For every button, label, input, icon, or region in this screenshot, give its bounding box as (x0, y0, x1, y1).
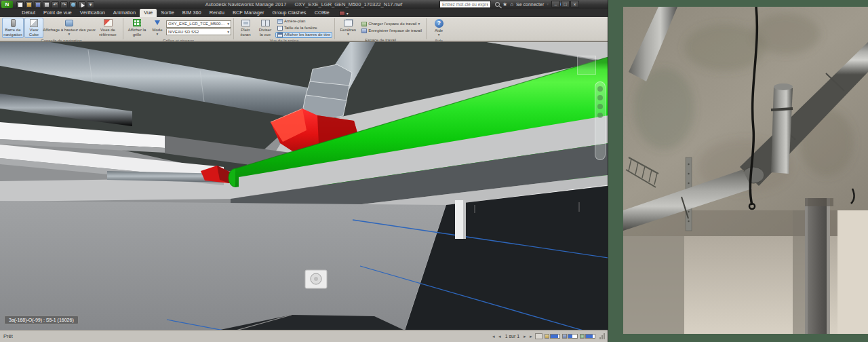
wall-bright-right (837, 210, 868, 334)
windows-button[interactable]: Fenêtres ▾ (337, 18, 359, 37)
minimize-button[interactable]: – (551, 1, 560, 7)
group-espace-travail: Fenêtres ▾ Charger l'espace de travail ▾… (335, 17, 426, 41)
combo-caret-icon: ▾ (227, 30, 229, 34)
show-grid-button[interactable]: Afficher la grille (125, 18, 149, 38)
tab-vue[interactable]: Vue (140, 9, 157, 17)
select-cursor-icon[interactable] (78, 1, 85, 8)
tab-bim360[interactable]: BIM 360 (178, 9, 205, 17)
new-file-icon[interactable] (16, 1, 24, 8)
view-cube-icon (30, 19, 38, 27)
quick-access-toolbar: ↶ ↷ ▾ (16, 1, 94, 8)
disk-progress (562, 334, 578, 339)
document-name: OXY_EXE_LGR_GEN_M500_170322_N17.nwf (294, 1, 402, 7)
web-progress-icon (580, 334, 585, 339)
refresh-icon[interactable] (69, 1, 77, 8)
split-view-button[interactable]: Diviser la vue (256, 18, 275, 38)
nav-tool-icon[interactable] (597, 86, 603, 92)
help-button[interactable]: ? Aide ▾ (429, 18, 449, 38)
sign-in-button[interactable]: Se connecter (516, 2, 544, 7)
restore-button[interactable]: □ (561, 1, 570, 7)
save-icon[interactable] (34, 1, 41, 8)
ribbon-tab-bar: Début Point de vue Vérification Animatio… (0, 9, 608, 17)
group-grilles-niveaux: Afficher la grille Mode ▾ OXY_EXE_LGR_TC… (123, 17, 233, 41)
print-icon[interactable] (43, 1, 50, 8)
redo-icon[interactable]: ↷ (60, 1, 68, 8)
site-photo (623, 7, 868, 334)
navigation-bar-overlay[interactable] (595, 81, 606, 160)
reference-views-button[interactable]: Vues de référence (95, 18, 121, 38)
help-question-icon: ? (435, 19, 443, 28)
eye-level-caret-icon: ▾ (68, 33, 71, 36)
window-size-icon (277, 26, 283, 31)
close-button[interactable]: × (570, 1, 579, 7)
tab-point-de-vue[interactable]: Point de vue (39, 9, 76, 17)
status-ready-text: Prêt (3, 333, 13, 339)
grid-level-combo[interactable]: NIVEAU SD SS2 ▾ (166, 28, 231, 36)
viewport-3d[interactable]: 3a(-168)-O(-99) : S5-1 (16026) (0, 41, 608, 330)
view-cube-button[interactable]: View Cube (24, 18, 43, 38)
navigation-bar-button[interactable]: Barre de navigation (2, 18, 24, 38)
first-sheet-icon[interactable]: ◄ (492, 335, 496, 339)
window-controls: – □ × (551, 1, 579, 7)
full-screen-button[interactable]: Plein écran (236, 18, 255, 38)
toolbar-options-icon[interactable] (339, 11, 345, 16)
pipe-clamp (771, 109, 793, 110)
pipe-top-flare (774, 83, 793, 90)
navigation-bar-icon (11, 19, 16, 27)
windows-caret-icon: ▾ (347, 33, 349, 36)
group-conseils-navigation: Barre de navigation View Cube Affichage … (0, 17, 123, 41)
help-caret-icon: ▾ (438, 33, 440, 37)
sheet-page-indicator: 1 sur 1 (505, 334, 519, 339)
background-button[interactable]: Arrière-plan (275, 18, 332, 24)
undo-icon[interactable]: ↶ (52, 1, 59, 8)
next-sheet-icon[interactable]: ► (523, 335, 527, 339)
window-size-button[interactable]: Taille de la fenêtre (275, 25, 332, 31)
eye-level-button[interactable]: Affichage à hauteur des yeux ▾ (44, 18, 94, 38)
grid-file-combo[interactable]: OXY_EXE_LGR_TCE_M500_... ▾ (166, 20, 231, 28)
disk-progress-icon (562, 334, 567, 339)
last-sheet-icon[interactable]: ► (529, 335, 533, 339)
tab-debut[interactable]: Début (18, 9, 39, 17)
viewport-3d-scene[interactable] (0, 42, 608, 330)
sheet-browser-icon[interactable] (535, 333, 542, 339)
eye-level-icon (65, 20, 73, 26)
tab-rendu[interactable]: Rendu (205, 9, 229, 17)
ribbon: Barre de navigation View Cube Affichage … (0, 17, 608, 41)
sign-in-caret-icon[interactable]: ▾ (547, 3, 549, 6)
navisworks-logo-icon[interactable]: N (1, 1, 13, 8)
qat-dropdown-icon[interactable]: ▾ (87, 1, 94, 8)
tab-group-clashes[interactable]: Group Clashes (269, 9, 311, 17)
steel-column (793, 198, 833, 334)
mode-caret-icon: ▾ (157, 33, 159, 36)
save-workspace-button[interactable]: Enregistrer l'espace de travail (359, 28, 424, 34)
split-view-icon (261, 20, 270, 26)
load-workspace-button[interactable]: Charger l'espace de travail ▾ (359, 21, 424, 27)
tab-sortie[interactable]: Sortie (157, 9, 178, 17)
view-cube-overlay[interactable] (577, 56, 596, 75)
search-input[interactable] (439, 1, 491, 8)
full-screen-icon (241, 20, 250, 26)
pencil-progress-icon (545, 334, 549, 339)
tab-animation[interactable]: Animation (109, 9, 140, 17)
navisworks-window: N ↶ ↷ ▾ Autodesk Navisworks Manage 2017 … (0, 0, 608, 342)
load-workspace-caret-icon: ▾ (418, 22, 420, 26)
nav-tool-icon[interactable] (597, 113, 603, 118)
grid-mode-button[interactable]: Mode ▾ (149, 18, 165, 38)
save-workspace-icon (361, 28, 367, 33)
nav-tool-icon[interactable] (597, 95, 603, 100)
open-file-icon[interactable] (25, 1, 33, 8)
show-title-bars-button[interactable]: Afficher les barres de titre (275, 32, 332, 38)
nav-tool-icon[interactable] (597, 104, 603, 109)
favorites-icon[interactable]: ★ (502, 1, 507, 7)
toolbar-options: ▾ (339, 11, 349, 17)
home-icon[interactable]: ⌂ (510, 1, 513, 7)
tab-verification[interactable]: Vérification (76, 9, 109, 17)
tab-bcf-manager[interactable]: BCF Manager (229, 9, 269, 17)
tab-cobie[interactable]: COBie (311, 9, 334, 17)
search-icon[interactable] (495, 2, 500, 7)
load-workspace-icon (361, 22, 367, 26)
status-bar: Prêt ◄ ◄ 1 sur 1 ► ► (0, 330, 608, 342)
toolbar-options-caret-icon[interactable]: ▾ (347, 11, 349, 16)
prev-sheet-icon[interactable]: ◄ (498, 335, 502, 339)
resize-grip[interactable] (599, 333, 605, 339)
